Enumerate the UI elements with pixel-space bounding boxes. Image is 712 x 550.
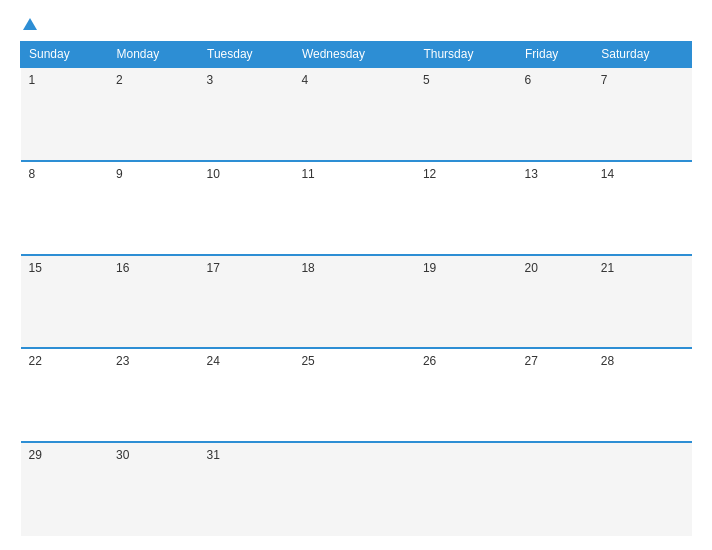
calendar-cell: 1 bbox=[21, 67, 108, 161]
day-number: 13 bbox=[525, 167, 538, 181]
calendar-week-5: 293031 bbox=[21, 442, 692, 536]
calendar-cell: 20 bbox=[517, 255, 593, 349]
weekday-header-row: SundayMondayTuesdayWednesdayThursdayFrid… bbox=[21, 42, 692, 68]
calendar-week-1: 1234567 bbox=[21, 67, 692, 161]
weekday-header-friday: Friday bbox=[517, 42, 593, 68]
calendar-cell: 14 bbox=[593, 161, 692, 255]
logo bbox=[20, 18, 37, 31]
calendar-week-4: 22232425262728 bbox=[21, 348, 692, 442]
day-number: 3 bbox=[207, 73, 214, 87]
day-number: 1 bbox=[29, 73, 36, 87]
day-number: 11 bbox=[301, 167, 314, 181]
calendar-cell: 15 bbox=[21, 255, 108, 349]
calendar-cell: 31 bbox=[199, 442, 294, 536]
day-number: 25 bbox=[301, 354, 314, 368]
logo-triangle-icon bbox=[23, 18, 37, 30]
day-number: 4 bbox=[301, 73, 308, 87]
calendar-cell: 19 bbox=[415, 255, 517, 349]
day-number: 20 bbox=[525, 261, 538, 275]
calendar-cell: 13 bbox=[517, 161, 593, 255]
weekday-header-sunday: Sunday bbox=[21, 42, 108, 68]
calendar-page: SundayMondayTuesdayWednesdayThursdayFrid… bbox=[0, 0, 712, 550]
calendar-cell: 21 bbox=[593, 255, 692, 349]
calendar-cell: 11 bbox=[293, 161, 415, 255]
calendar-week-3: 15161718192021 bbox=[21, 255, 692, 349]
logo-blue-text bbox=[20, 18, 37, 31]
calendar-cell: 7 bbox=[593, 67, 692, 161]
day-number: 15 bbox=[29, 261, 42, 275]
day-number: 7 bbox=[601, 73, 608, 87]
day-number: 29 bbox=[29, 448, 42, 462]
day-number: 9 bbox=[116, 167, 123, 181]
calendar-table: SundayMondayTuesdayWednesdayThursdayFrid… bbox=[20, 41, 692, 536]
day-number: 27 bbox=[525, 354, 538, 368]
calendar-cell: 30 bbox=[108, 442, 199, 536]
day-number: 21 bbox=[601, 261, 614, 275]
day-number: 14 bbox=[601, 167, 614, 181]
day-number: 28 bbox=[601, 354, 614, 368]
calendar-cell: 24 bbox=[199, 348, 294, 442]
day-number: 17 bbox=[207, 261, 220, 275]
calendar-cell bbox=[593, 442, 692, 536]
calendar-cell: 17 bbox=[199, 255, 294, 349]
calendar-cell: 27 bbox=[517, 348, 593, 442]
calendar-cell bbox=[517, 442, 593, 536]
calendar-cell: 4 bbox=[293, 67, 415, 161]
calendar-cell: 25 bbox=[293, 348, 415, 442]
weekday-header-saturday: Saturday bbox=[593, 42, 692, 68]
day-number: 23 bbox=[116, 354, 129, 368]
calendar-week-2: 891011121314 bbox=[21, 161, 692, 255]
calendar-cell bbox=[415, 442, 517, 536]
calendar-cell: 5 bbox=[415, 67, 517, 161]
calendar-cell: 8 bbox=[21, 161, 108, 255]
calendar-cell bbox=[293, 442, 415, 536]
day-number: 16 bbox=[116, 261, 129, 275]
day-number: 24 bbox=[207, 354, 220, 368]
day-number: 19 bbox=[423, 261, 436, 275]
day-number: 6 bbox=[525, 73, 532, 87]
day-number: 2 bbox=[116, 73, 123, 87]
day-number: 8 bbox=[29, 167, 36, 181]
day-number: 30 bbox=[116, 448, 129, 462]
calendar-body: 1234567891011121314151617181920212223242… bbox=[21, 67, 692, 536]
weekday-header-wednesday: Wednesday bbox=[293, 42, 415, 68]
calendar-cell: 26 bbox=[415, 348, 517, 442]
calendar-cell: 16 bbox=[108, 255, 199, 349]
calendar-cell: 18 bbox=[293, 255, 415, 349]
calendar-cell: 29 bbox=[21, 442, 108, 536]
day-number: 12 bbox=[423, 167, 436, 181]
weekday-header-monday: Monday bbox=[108, 42, 199, 68]
weekday-header-tuesday: Tuesday bbox=[199, 42, 294, 68]
calendar-cell: 10 bbox=[199, 161, 294, 255]
weekday-header-thursday: Thursday bbox=[415, 42, 517, 68]
calendar-cell: 6 bbox=[517, 67, 593, 161]
day-number: 5 bbox=[423, 73, 430, 87]
calendar-header-row: SundayMondayTuesdayWednesdayThursdayFrid… bbox=[21, 42, 692, 68]
calendar-cell: 12 bbox=[415, 161, 517, 255]
calendar-cell: 3 bbox=[199, 67, 294, 161]
calendar-header bbox=[20, 18, 692, 31]
calendar-cell: 22 bbox=[21, 348, 108, 442]
calendar-cell: 9 bbox=[108, 161, 199, 255]
calendar-cell: 28 bbox=[593, 348, 692, 442]
calendar-cell: 2 bbox=[108, 67, 199, 161]
day-number: 10 bbox=[207, 167, 220, 181]
calendar-cell: 23 bbox=[108, 348, 199, 442]
day-number: 22 bbox=[29, 354, 42, 368]
day-number: 26 bbox=[423, 354, 436, 368]
day-number: 18 bbox=[301, 261, 314, 275]
day-number: 31 bbox=[207, 448, 220, 462]
